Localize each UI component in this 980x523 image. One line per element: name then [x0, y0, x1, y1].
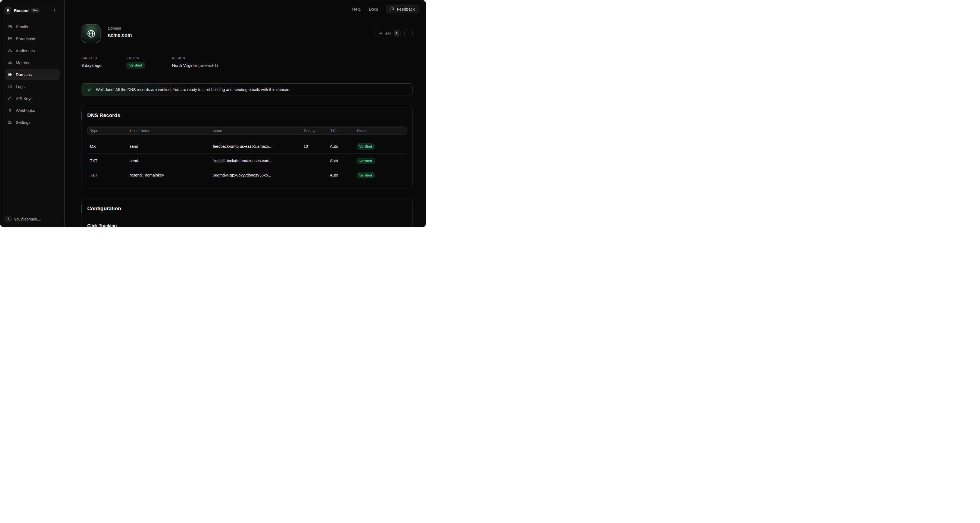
cell-value: feedback-smtp.us-east-1.amazo...: [213, 144, 304, 149]
sidebar-item-label: Webhooks: [16, 108, 35, 113]
ellipsis-icon: ⋯: [407, 31, 410, 36]
avatar: Y: [5, 216, 12, 222]
sidebar-item-broadcasts[interactable]: Broadcasts: [5, 33, 60, 44]
region-name: North Virginia: [172, 63, 197, 68]
region-code: (us-east-1): [198, 63, 218, 68]
column-ttl: TTL: [330, 129, 357, 133]
party-popper-icon: [87, 87, 92, 92]
brand-name: Resend: [14, 8, 29, 13]
more-options-button[interactable]: ⋯: [404, 29, 412, 37]
cell-type: TXT: [90, 158, 130, 163]
created-label: CREATED: [81, 56, 126, 59]
sidebar-item-audiences[interactable]: Audiences: [5, 45, 60, 56]
cell-priority: 10: [304, 144, 330, 149]
dns-table-header: Type Host / Name Value Priority TTL Stat…: [87, 127, 407, 135]
feedback-label: Feedback: [397, 7, 415, 11]
sidebar-item-label: Broadcasts: [16, 36, 36, 41]
status-badge: Verified: [356, 143, 375, 150]
user-email: you@domain....: [14, 217, 41, 221]
sidebar-item-label: Audiences: [16, 48, 35, 53]
header-actions: API A ⋯: [375, 29, 412, 37]
table-row[interactable]: MX send feedback-smtp.us-east-1.amazo...…: [87, 139, 407, 154]
user-more-icon[interactable]: ⋯: [56, 216, 60, 222]
api-button-label: API: [385, 31, 391, 35]
globe-icon: [8, 72, 12, 77]
cell-value: "v=spf1 include:amazonses.com...: [213, 158, 304, 163]
meta-region: REGION North Virginia(us-east-1): [172, 56, 218, 69]
main-area: Help Docs Feedback Domain acme.com: [65, 0, 426, 227]
domain-page: Domain acme.com API A ⋯ CREATED: [81, 24, 412, 227]
cell-host: resend._domainkey: [130, 173, 213, 178]
mail-icon: [8, 24, 12, 29]
help-link[interactable]: Help: [352, 7, 361, 11]
table-row[interactable]: TXT resend._domainkey 5uqmdw7qpxudkyvdon…: [87, 168, 407, 182]
broadcast-icon: [8, 36, 12, 41]
feedback-button[interactable]: Feedback: [386, 5, 418, 13]
sidebar-item-label: Settings: [16, 120, 30, 125]
domain-title-block: Domain acme.com: [108, 24, 132, 38]
sidebar-item-label: Emails: [16, 24, 28, 29]
domain-meta: CREATED 3 days ago STATUS Verified REGIO…: [81, 56, 412, 69]
domain-label: Domain: [108, 26, 132, 30]
cell-host: send: [130, 158, 213, 163]
bar-chart-icon: [8, 60, 12, 65]
column-value: Value: [213, 129, 304, 133]
plan-badge: Pro: [31, 8, 40, 13]
sidebar-item-label: Logs: [16, 84, 25, 89]
status-badge: Verified: [356, 172, 375, 178]
topbar: Help Docs Feedback: [65, 0, 426, 17]
cell-ttl: Auto: [330, 144, 356, 149]
status-badge: Verified: [356, 158, 375, 164]
meta-created: CREATED 3 days ago: [81, 56, 126, 69]
cell-type: TXT: [90, 173, 130, 178]
sidebar-item-logs[interactable]: Logs: [5, 81, 60, 92]
banner-text: Well done! All the DNS records are verif…: [96, 87, 290, 92]
docs-link[interactable]: Docs: [369, 7, 378, 11]
column-type: Type: [90, 129, 130, 133]
workspace-switcher[interactable]: R Resend Pro: [5, 7, 60, 14]
logs-icon: [8, 84, 12, 89]
cell-type: MX: [90, 144, 130, 149]
region-label: REGION: [172, 56, 218, 59]
column-host: Host / Name: [130, 129, 213, 133]
sidebar-item-settings[interactable]: Settings: [5, 117, 60, 128]
user-menu[interactable]: Y you@domain.... ⋯: [5, 216, 60, 222]
configuration-card: Configuration Click Tracking: [81, 199, 412, 227]
dns-records-card: DNS Records Type Host / Name Value Prior…: [81, 106, 412, 189]
sidebar-item-label: Domains: [16, 72, 32, 77]
created-value: 3 days ago: [81, 63, 126, 68]
sidebar-item-emails[interactable]: Emails: [5, 21, 60, 32]
resend-logo: R: [5, 7, 11, 14]
table-row[interactable]: TXT send "v=spf1 include:amazonses.com..…: [87, 154, 407, 168]
unfold-icon[interactable]: [53, 8, 57, 12]
dns-records-title: DNS Records: [87, 113, 407, 118]
sidebar-item-label: Metrics: [16, 60, 29, 65]
cell-host: send: [130, 144, 213, 149]
globe-icon: [86, 29, 96, 38]
arrows-up-down-icon: [8, 108, 12, 113]
sidebar-item-api-keys[interactable]: API Keys: [5, 93, 60, 104]
cell-value: 5uqmdw7qpxudkyvdonqzy35kp...: [213, 173, 304, 178]
sidebar-nav: Emails Broadcasts Audiences Metrics Doma…: [5, 21, 60, 128]
page-title: acme.com: [108, 32, 132, 38]
column-priority: Priority: [304, 129, 330, 133]
lock-icon: [8, 96, 12, 101]
keyboard-shortcut-badge: A: [394, 30, 399, 36]
cell-ttl: Auto: [330, 158, 356, 163]
code-icon: [379, 31, 383, 35]
status-label: STATUS: [126, 56, 172, 59]
domain-header: Domain acme.com API A ⋯: [81, 24, 412, 43]
sidebar-item-domains[interactable]: Domains: [5, 69, 60, 80]
sidebar-item-metrics[interactable]: Metrics: [5, 57, 60, 68]
status-badge: Verified: [126, 62, 145, 69]
app-window: R Resend Pro Emails Broadcasts Audiences: [0, 0, 426, 227]
success-banner: Well done! All the DNS records are verif…: [81, 83, 412, 96]
api-button[interactable]: API A: [375, 29, 401, 37]
cell-ttl: Auto: [330, 173, 356, 178]
meta-status: STATUS Verified: [126, 56, 172, 69]
domain-avatar: [81, 24, 100, 43]
sidebar-item-webhooks[interactable]: Webhooks: [5, 105, 60, 116]
click-tracking-label: Click Tracking: [87, 223, 407, 227]
sidebar: R Resend Pro Emails Broadcasts Audiences: [0, 0, 65, 227]
configuration-title: Configuration: [87, 206, 407, 212]
